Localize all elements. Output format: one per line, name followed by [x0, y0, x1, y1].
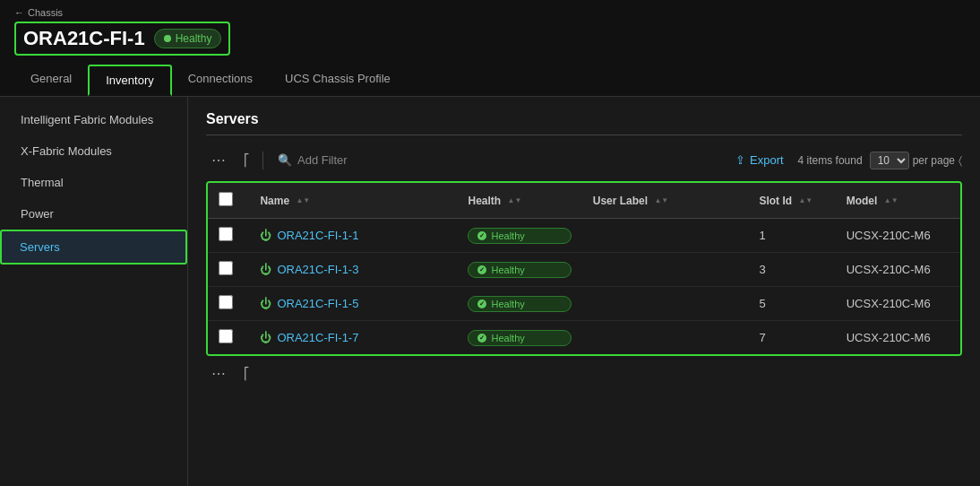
tab-general[interactable]: General: [14, 65, 88, 96]
row-slot-id: 7: [748, 321, 835, 355]
row-health: ✓ Healthy: [457, 219, 581, 253]
sidebar-item-power[interactable]: Power: [0, 198, 187, 230]
row-checkbox[interactable]: [219, 227, 233, 241]
table-row: ⏻ ORA21C-FI-1-5 ✓ Healthy 5 UCSX-210C-M6: [208, 287, 960, 321]
row-checkbox-cell[interactable]: [208, 287, 249, 321]
back-label: Chassis: [28, 7, 63, 18]
back-link[interactable]: ← Chassis: [14, 7, 966, 18]
title-row: ORA21C-FI-1 ✓ Healthy: [14, 22, 966, 56]
tabs: General Inventory Connections UCS Chassi…: [14, 65, 966, 96]
per-page-select[interactable]: 10 25 50: [870, 152, 909, 169]
row-checkbox-cell[interactable]: [208, 219, 249, 253]
health-pill: ✓ Healthy: [468, 262, 571, 278]
table-row: ⏻ ORA21C-FI-1-7 ✓ Healthy 7 UCSX-210C-M6: [208, 321, 960, 355]
content-area: Servers ⋯ ⎡ 🔍 Add Filter ⇪ Export 4 item…: [188, 97, 980, 486]
sort-name-icon: ▲▼: [296, 197, 310, 204]
col-header-health[interactable]: Health ▲▼: [457, 183, 581, 219]
filter-placeholder: Add Filter: [297, 153, 348, 167]
pagination-icon: 〈: [959, 154, 962, 167]
row-checkbox[interactable]: [219, 261, 233, 275]
sort-model-icon: ▲▼: [884, 197, 898, 204]
row-model: UCSX-210C-M6: [836, 321, 960, 355]
bottom-toolbar: ⋯ ⎡: [206, 363, 962, 384]
table-body: ⏻ ORA21C-FI-1-1 ✓ Healthy 1 UCSX-210C-M6…: [208, 219, 960, 355]
bottom-more-icon[interactable]: ⋯: [206, 363, 231, 384]
row-checkbox-cell[interactable]: [208, 321, 249, 355]
tag-icon[interactable]: ⎡: [238, 152, 255, 169]
items-count: 4 items found: [798, 154, 863, 167]
section-title: Servers: [206, 111, 962, 127]
row-name: ⏻ ORA21C-FI-1-3: [249, 253, 457, 287]
row-name: ⏻ ORA21C-FI-1-5: [249, 287, 457, 321]
servers-table: Name ▲▼ Health ▲▼ User Label ▲▼ Slot I: [206, 181, 962, 356]
col-header-model[interactable]: Model ▲▼: [836, 183, 960, 219]
select-all-header[interactable]: [208, 183, 249, 219]
row-user-label: [582, 287, 749, 321]
health-text: Healthy: [491, 299, 524, 309]
bottom-tag-icon[interactable]: ⎡: [238, 365, 255, 382]
sort-slot-icon: ▲▼: [798, 197, 812, 204]
power-icon: ⏻: [260, 331, 271, 344]
row-user-label: [582, 321, 749, 355]
sidebar-item-x-fabric-modules[interactable]: X-Fabric Modules: [0, 135, 187, 167]
row-health: ✓ Healthy: [457, 253, 581, 287]
health-pill: ✓ Healthy: [468, 228, 571, 244]
row-checkbox[interactable]: [219, 329, 233, 343]
power-icon: ⏻: [260, 229, 271, 242]
row-slot-id: 1: [748, 219, 835, 253]
sidebar-item-thermal[interactable]: Thermal: [0, 167, 187, 198]
row-user-label: [582, 253, 749, 287]
health-check-icon: ✓: [477, 334, 486, 343]
toolbar-divider: [262, 152, 263, 169]
header: ← Chassis ORA21C-FI-1 ✓ Healthy General …: [0, 0, 980, 97]
health-badge: ✓ Healthy: [154, 29, 222, 48]
title-area: ORA21C-FI-1 ✓ Healthy: [14, 22, 230, 56]
col-header-name[interactable]: Name ▲▼: [249, 183, 457, 219]
select-all-checkbox[interactable]: [219, 192, 233, 206]
row-model: UCSX-210C-M6: [836, 253, 960, 287]
sort-health-icon: ▲▼: [508, 197, 522, 204]
per-page: 10 25 50 per page 〈: [870, 152, 962, 169]
tab-ucs-chassis-profile[interactable]: UCS Chassis Profile: [269, 65, 407, 96]
more-options-icon[interactable]: ⋯: [206, 150, 231, 170]
tab-inventory[interactable]: Inventory: [88, 65, 171, 96]
server-link[interactable]: ⏻ ORA21C-FI-1-5: [260, 297, 446, 310]
row-checkbox-cell[interactable]: [208, 253, 249, 287]
row-name: ⏻ ORA21C-FI-1-7: [249, 321, 457, 355]
table-row: ⏻ ORA21C-FI-1-3 ✓ Healthy 3 UCSX-210C-M6: [208, 253, 960, 287]
main-layout: Intelligent Fabric Modules X-Fabric Modu…: [0, 97, 980, 486]
server-link[interactable]: ⏻ ORA21C-FI-1-1: [260, 229, 446, 242]
health-dot-icon: ✓: [164, 35, 171, 42]
col-header-slot-id[interactable]: Slot Id ▲▼: [748, 183, 835, 219]
row-slot-id: 3: [748, 253, 835, 287]
power-icon: ⏻: [260, 297, 271, 310]
health-text: Healthy: [491, 230, 524, 241]
table-row: ⏻ ORA21C-FI-1-1 ✓ Healthy 1 UCSX-210C-M6: [208, 219, 960, 253]
sidebar-item-intelligent-fabric-modules[interactable]: Intelligent Fabric Modules: [0, 104, 187, 135]
health-pill: ✓ Healthy: [468, 330, 571, 346]
export-label: Export: [750, 153, 784, 167]
sort-label-icon: ▲▼: [654, 197, 668, 204]
server-link[interactable]: ⏻ ORA21C-FI-1-7: [260, 331, 446, 344]
row-checkbox[interactable]: [219, 295, 233, 309]
per-page-label: per page: [913, 154, 955, 167]
page-title: ORA21C-FI-1: [23, 27, 145, 50]
table-header: Name ▲▼ Health ▲▼ User Label ▲▼ Slot I: [208, 183, 960, 219]
tab-connections[interactable]: Connections: [172, 65, 269, 96]
export-button[interactable]: ⇪ Export: [728, 150, 791, 170]
power-icon: ⏻: [260, 263, 271, 276]
row-model: UCSX-210C-M6: [836, 219, 960, 253]
export-icon: ⇪: [735, 153, 745, 167]
row-health: ✓ Healthy: [457, 321, 581, 355]
sidebar: Intelligent Fabric Modules X-Fabric Modu…: [0, 97, 188, 486]
health-check-icon: ✓: [477, 265, 486, 274]
row-health: ✓ Healthy: [457, 287, 581, 321]
sidebar-item-servers[interactable]: Servers: [0, 230, 187, 265]
health-check-icon: ✓: [477, 231, 486, 240]
back-arrow-icon: ←: [14, 7, 24, 18]
col-header-user-label[interactable]: User Label ▲▼: [582, 183, 749, 219]
health-label: Healthy: [176, 32, 212, 45]
header-row: Name ▲▼ Health ▲▼ User Label ▲▼ Slot I: [208, 183, 960, 219]
server-link[interactable]: ⏻ ORA21C-FI-1-3: [260, 263, 446, 276]
filter-input[interactable]: 🔍 Add Filter: [271, 150, 355, 170]
